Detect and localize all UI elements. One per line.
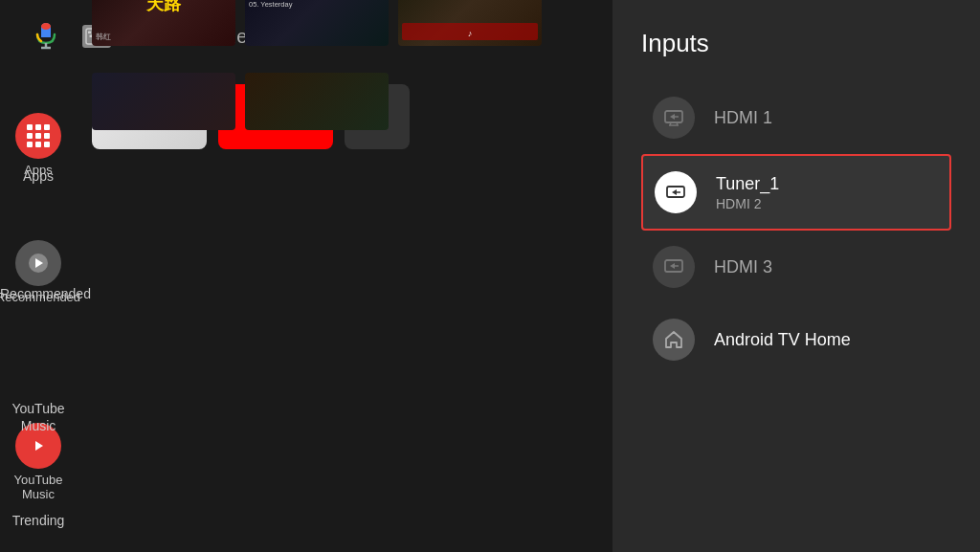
thumb-4[interactable]: 天路 韩红 — [92, 0, 235, 46]
inputs-panel: Inputs HDMI 1 — [612, 0, 980, 552]
sidebar-item-recommended[interactable]: Recommended — [0, 223, 77, 321]
trending-row — [77, 65, 612, 130]
youtube-music-label: YouTube Music — [0, 473, 77, 501]
svg-marker-30 — [672, 189, 677, 195]
trending-thumb-2[interactable] — [245, 73, 389, 130]
hdmi3-info: HDMI 3 — [714, 257, 772, 277]
mic-icon[interactable] — [29, 17, 63, 55]
trending-thumb-1[interactable] — [92, 73, 235, 130]
svg-marker-20 — [35, 441, 43, 451]
tuner1-item[interactable]: Tuner_1 HDMI 2 — [641, 154, 951, 231]
apps-section-label: Apps — [0, 167, 77, 185]
svg-rect-3 — [41, 23, 51, 30]
hdmi1-item[interactable]: HDMI 1 — [641, 81, 951, 154]
recommended-section-label: Recommended — [0, 285, 77, 302]
youtube-music-row: 天路 韩红 01. Someone Up There - Burt 02. Un… — [77, 0, 612, 54]
youtube-music-section-label: YouTube Music — [0, 400, 77, 434]
thumb-5[interactable]: 01. Someone Up There - Burt 02. Unchaine… — [245, 0, 389, 46]
svg-rect-8 — [88, 32, 91, 34]
svg-marker-27 — [670, 114, 675, 120]
trending-section-label: Trending — [0, 512, 77, 529]
main-content: Search movies, TV and more LaunchBoard — [0, 0, 612, 552]
inputs-title: Inputs — [641, 29, 951, 58]
hdmi1-info: HDMI 1 — [714, 108, 772, 128]
tuner1-icon — [655, 171, 697, 213]
hdmi1-icon — [653, 97, 695, 139]
hdmi1-name: HDMI 1 — [714, 108, 772, 128]
hdmi3-icon — [653, 246, 695, 288]
thumb-6[interactable]: Greatest LOVE SONGS ♪ — [398, 0, 542, 46]
android-tv-home-item[interactable]: Android TV Home — [641, 303, 951, 376]
tuner1-name: Tuner_1 — [716, 174, 779, 194]
tuner1-sub: HDMI 2 — [716, 196, 779, 211]
svg-marker-33 — [670, 263, 675, 269]
hdmi3-name: HDMI 3 — [714, 257, 772, 277]
left-sidebar: Apps Recommended YouTube Music — [0, 153, 77, 552]
tuner1-info: Tuner_1 HDMI 2 — [716, 174, 779, 211]
svg-rect-4 — [41, 30, 51, 37]
hdmi3-item[interactable]: HDMI 3 — [641, 231, 951, 303]
home-info: Android TV Home — [714, 330, 851, 350]
home-icon — [653, 319, 695, 361]
android-tv-home-name: Android TV Home — [714, 330, 851, 350]
